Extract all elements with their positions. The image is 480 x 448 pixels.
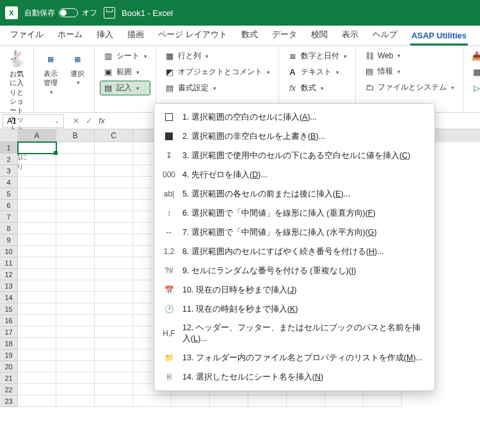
cell[interactable] [18,372,56,384]
cell[interactable] [18,246,56,257]
cell[interactable] [18,257,56,269]
menu-item-8[interactable]: 1,28. 選択範囲内のセルにすばやく続き番号を付ける(H)... [154,242,435,261]
cell[interactable] [18,269,56,280]
tab-pagelayout[interactable]: ページ レイアウト [152,25,234,45]
menu-item-14[interactable]: ⎘14. 選択したセルにシート名を挿入(N) [154,367,435,387]
cell[interactable] [56,154,95,165]
cell[interactable] [56,315,95,326]
cell[interactable] [18,361,56,372]
cell[interactable] [95,338,133,349]
menu-item-4[interactable]: 0004. 先行ゼロを挿入(D)... [154,165,435,184]
cell[interactable] [18,234,56,246]
cell[interactable] [56,338,95,349]
row-header[interactable]: 5 [0,188,18,200]
cell[interactable] [56,303,95,315]
tab-review[interactable]: 校閲 [305,25,334,45]
formula-button[interactable]: fx数式▾ [284,81,350,95]
cell[interactable] [172,396,210,407]
cell[interactable] [95,177,133,188]
cell[interactable] [95,361,133,372]
row-header[interactable]: 10 [0,246,18,257]
cell[interactable] [95,200,133,211]
row-header[interactable]: 17 [0,326,18,338]
name-box[interactable]: A1 ⌄ [3,114,64,128]
row-header[interactable]: 6 [0,200,18,211]
select-button[interactable]: ▦ 選択 ▾ [66,49,89,111]
cell[interactable] [95,154,133,165]
cell[interactable] [95,165,133,177]
cell[interactable] [56,234,95,246]
cell[interactable] [56,177,95,188]
cell[interactable] [95,292,133,303]
menu-item-10[interactable]: 📅10. 現在の日時を秒まで挿入(J) [154,280,435,300]
cell[interactable] [18,223,56,234]
cell[interactable] [95,384,133,396]
tab-help[interactable]: ヘルプ [366,25,404,45]
col-header[interactable]: A [18,129,56,142]
export-button[interactable]: ▦エ [468,65,480,79]
save-icon[interactable] [104,7,115,19]
cell[interactable] [248,396,287,407]
cell[interactable] [56,384,95,396]
cell[interactable] [56,396,95,407]
row-header[interactable]: 23 [0,396,18,407]
tab-insert[interactable]: 挿入 [90,25,120,45]
row-header[interactable]: 1 [0,142,18,154]
menu-item-12[interactable]: H,F12. ヘッダー、フッター、またはセルにブックのパスと名前を挿入(L)..… [154,319,435,348]
cell[interactable] [56,269,95,280]
cell[interactable] [56,292,95,303]
cell[interactable] [18,280,56,292]
cell[interactable] [18,200,56,211]
info-button[interactable]: ▤情報▾ [361,64,458,79]
cell[interactable] [56,200,95,211]
tab-view[interactable]: 表示 [335,25,365,45]
cell[interactable] [56,188,95,200]
col-header[interactable]: B [56,129,95,142]
row-header[interactable]: 20 [0,361,18,372]
confirm-icon[interactable]: ✓ [83,116,95,125]
cell[interactable] [18,142,56,154]
cell[interactable] [95,211,133,223]
cell[interactable] [18,326,56,338]
cell[interactable] [95,280,133,292]
cell[interactable] [95,234,133,246]
row-header[interactable]: 9 [0,234,18,246]
cell[interactable] [18,349,56,361]
cell[interactable] [364,396,402,407]
menu-item-6[interactable]: ↕6. 選択範囲で「中間値」を線形に挿入 (垂直方向)(F) [154,204,435,223]
text-button[interactable]: Aテキスト▾ [284,65,350,79]
cell[interactable] [56,165,95,177]
tab-file[interactable]: ファイル [4,25,50,45]
tab-draw[interactable]: 描画 [121,25,150,45]
cell[interactable] [18,315,56,326]
col-header[interactable]: C [95,129,133,142]
objects-button[interactable]: ◩オブジェクトとコメント▾ [161,65,273,79]
cell[interactable] [95,188,133,200]
tab-formulas[interactable]: 数式 [235,25,264,45]
tab-asap-utilities[interactable]: ASAP Utilities [405,27,473,45]
row-header[interactable]: 22 [0,384,18,396]
row-header[interactable]: 15 [0,303,18,315]
cell[interactable] [95,223,133,234]
menu-item-5[interactable]: ab|5. 選択範囲の各セルの前または後に挿入(E)... [154,184,435,204]
cell[interactable] [210,396,248,407]
cell[interactable] [18,338,56,349]
menu-item-11[interactable]: 🕐11. 現在の時刻を秒まで挿入(K) [154,300,435,319]
row-header[interactable]: 13 [0,280,18,292]
menu-item-2[interactable]: 2. 選択範囲の非空白セルを上書き(B)... [154,127,435,146]
row-header[interactable]: 21 [0,372,18,384]
row-header[interactable]: 14 [0,292,18,303]
cell[interactable] [56,211,95,223]
import-button[interactable]: 📥イ [468,49,480,63]
cell[interactable] [325,396,364,407]
display-manage-button[interactable]: ▦ 表示管理 ▾ [39,49,62,111]
cell[interactable] [287,396,325,407]
cell[interactable] [95,142,133,154]
cell[interactable] [18,396,56,407]
cell[interactable] [56,361,95,372]
row-header[interactable]: 18 [0,338,18,349]
sheet-button[interactable]: ▥シート▾ [100,49,150,63]
filesys-button[interactable]: 🗀ファイルとシステム▾ [361,80,458,95]
cell[interactable] [56,326,95,338]
fx-icon[interactable]: fx [96,116,108,125]
